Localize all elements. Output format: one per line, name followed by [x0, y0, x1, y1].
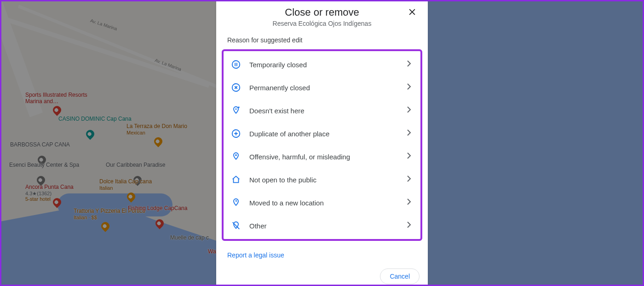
cancel-button[interactable]: Cancel [380, 268, 420, 284]
modal-title: Close or remove [242, 6, 402, 18]
chevron-right-icon [407, 152, 411, 161]
pause-icon [229, 59, 243, 70]
chevron-right-icon [407, 175, 411, 184]
reason-label: Temporarily closed [243, 61, 407, 69]
reason-option[interactable]: Moved to a new location [224, 191, 420, 214]
reason-list-highlight: Temporarily closedPermanently closedDoes… [222, 49, 422, 241]
flag-pin-icon [229, 152, 243, 162]
modal-subtitle: Reserva Ecológica Ojos Indígenas [242, 20, 402, 27]
home-icon [229, 175, 243, 185]
reason-option[interactable]: Duplicate of another place [224, 122, 420, 145]
reason-option[interactable]: Permanently closed [224, 76, 420, 99]
reason-label: Offensive, harmful, or misleading [243, 153, 407, 161]
reason-section-label: Reason for suggested edit [216, 28, 428, 47]
chevron-right-icon [407, 83, 411, 92]
reason-label: Other [243, 222, 407, 230]
close-button[interactable] [405, 6, 420, 20]
close-or-remove-modal: Close or remove Reserva Ecológica Ojos I… [216, 0, 428, 286]
reason-label: Moved to a new location [243, 199, 407, 207]
chevron-right-icon [407, 106, 411, 115]
no-pin-icon [229, 221, 243, 231]
chevron-right-icon [407, 129, 411, 138]
reason-option[interactable]: Not open to the public [224, 168, 420, 191]
reason-label: Duplicate of another place [243, 130, 407, 138]
reason-label: Doesn't exist here [243, 107, 407, 115]
chevron-right-icon [407, 221, 411, 230]
x-circle-icon [229, 82, 243, 93]
report-legal-issue-link[interactable]: Report a legal issue [227, 251, 284, 259]
reason-option[interactable]: Temporarily closed [224, 53, 420, 76]
close-icon [408, 7, 417, 18]
reason-label: Permanently closed [243, 84, 407, 92]
reason-option[interactable]: Doesn't exist here [224, 99, 420, 122]
reason-option[interactable]: Other [224, 214, 420, 237]
duplicate-icon [229, 128, 243, 139]
wrong-pin-icon [229, 105, 243, 116]
reason-label: Not open to the public [243, 176, 407, 184]
moved-icon [229, 198, 243, 208]
chevron-right-icon [407, 60, 411, 69]
reason-option[interactable]: Offensive, harmful, or misleading [224, 145, 420, 168]
chevron-right-icon [407, 198, 411, 207]
